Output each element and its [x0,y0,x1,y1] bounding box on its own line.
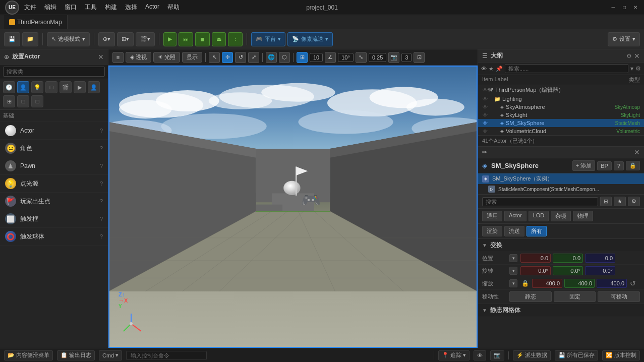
actor-item-playerstart[interactable]: 🚩 玩家出生点 ? [0,193,108,210]
actor-help-actor[interactable]: ? [100,128,103,134]
vp-display-button[interactable]: 显示 [182,52,202,63]
vp-grid-button[interactable]: ⊞ [297,52,308,63]
map-tab[interactable]: ThirdPersonMap [4,15,68,29]
mobility-stationary-button[interactable]: 固定 [554,291,596,302]
rotation-x-input[interactable] [520,266,551,275]
vp-angle-value[interactable]: 10° [338,53,354,62]
vp-maximize-button[interactable]: ⊡ [414,52,425,63]
vp-scale-tool[interactable]: ⤢ [248,52,259,63]
menu-file[interactable]: 文件 [24,3,36,12]
save-button[interactable]: 💾 [4,32,20,46]
tab-volumes[interactable]: 👤 [88,81,100,93]
tab-shapes[interactable]: □ [45,81,57,93]
static-mesh-section-header[interactable]: ▼ 静态网格体 [478,304,644,317]
menu-actor[interactable]: Actor [145,3,159,12]
menu-edit[interactable]: 编辑 [44,3,56,12]
vp-rotate-tool[interactable]: ↺ [235,52,246,63]
step-button[interactable]: ⏭ [179,32,193,46]
settings-button[interactable]: ⚙ 设置 ▾ [608,32,640,46]
menu-tools[interactable]: 工具 [85,3,97,12]
position-x-input[interactable] [520,254,551,263]
filter-tab-render[interactable]: 渲染 [482,226,502,236]
position-z-input[interactable] [585,254,615,263]
more-play-button[interactable]: ⋮ [228,32,243,46]
menu-window[interactable]: 窗口 [65,3,77,12]
stop-button[interactable]: ⏹ [195,32,210,46]
actor-item-triggerbox[interactable]: ⬜ 触发框 ? [0,210,108,228]
mobility-static-button[interactable]: 静态 [509,291,552,302]
cmd-button[interactable]: Cmd ▾ [99,350,122,360]
console-input[interactable] [126,351,207,360]
vp-world-tool[interactable]: 🌐 [266,52,277,63]
mobility-movable-button[interactable]: 可移动 [598,291,640,302]
spawn-data-button[interactable]: ⚡ 派生数据 [513,350,551,360]
menu-help[interactable]: 帮助 [167,3,180,12]
snap-button[interactable]: ⊞▾ [117,32,134,46]
details-help-button[interactable]: ? [614,161,624,170]
details-gear-button[interactable]: ⚙ [628,197,640,206]
select-mode-button[interactable]: ↖ 选项模式 ▾ [47,32,90,46]
save-all-button[interactable]: 💾 所有已保存 [555,350,598,360]
outliner-filter-icon[interactable]: ▾ [630,65,633,72]
outliner-settings-icon[interactable]: ⚙ [626,52,632,59]
output-log-button[interactable]: 📋 输出日志 [57,350,95,360]
scale-expand-button[interactable]: ▾ [509,279,517,287]
actor-help-light[interactable]: ? [100,180,103,187]
tab-cinematic[interactable]: 🎬 [60,81,72,93]
position-expand-button[interactable]: ▾ [509,254,517,262]
details-close-button[interactable]: ✕ [634,148,640,156]
content-browser-button[interactable]: 📂 内容侧滑菜单 [4,350,53,360]
scale-reset-button[interactable]: ↺ [630,279,636,287]
outline-item-volcloud[interactable]: 👁 ◈ VolumetricCloud Volumetric [478,127,644,135]
filter-tab-physics[interactable]: 物理 [573,211,593,221]
vp-lighting-button[interactable]: ☀ 光照 [153,52,180,63]
vp-camera-num[interactable]: 3 [401,53,412,62]
viewport[interactable]: ≡ ◈ 透视 ☀ 光照 显示 ↖ ✛ ↺ ⤢ 🌐 ⬡ [108,49,478,348]
scale-lock-icon[interactable]: 🔒 [521,280,529,287]
outliner-close-button[interactable]: ✕ [634,52,640,60]
tab-basic[interactable]: 👤 [17,81,29,93]
add-object-button[interactable]: ⊕▾ [98,32,115,46]
browse-button[interactable]: 📁 [22,32,38,46]
actor-item-pointlight[interactable]: 💡 点光源 ? [0,175,108,193]
eye-icon-button[interactable]: 👁 [474,350,486,360]
actor-search-input[interactable] [3,67,105,77]
scale-z-input[interactable] [597,279,627,288]
position-y-input[interactable] [553,254,583,263]
menu-build[interactable]: 构建 [105,3,117,12]
details-blueprint-button[interactable]: BP [597,161,612,170]
details-lock-button[interactable]: 🔒 [626,161,640,170]
vp-angle-button[interactable]: ∠ [325,52,336,63]
close-place-actor-button[interactable]: ✕ [98,53,104,61]
vp-surface-tool[interactable]: ⬡ [279,52,290,63]
tab-all[interactable]: ⊞ [3,95,15,107]
vp-move-tool[interactable]: ✛ [222,52,233,63]
actor-item-triggersphere[interactable]: ⭕ 触发球体 ? [0,228,108,246]
eject-button[interactable]: ⏏ [212,32,226,46]
actor-item-character[interactable]: 😐 角色 ? [0,140,108,157]
rotation-z-input[interactable] [585,266,615,275]
actor-help-pawn[interactable]: ? [100,163,103,169]
outline-item-lighting[interactable]: 👁 📁 Lighting [478,95,644,103]
filter-tab-misc[interactable]: 杂项 [551,211,571,221]
rotation-y-input[interactable] [553,266,583,275]
platform-button[interactable]: 🎮 平台 ▾ [251,32,285,46]
filter-tab-common[interactable]: 通用 [482,211,502,221]
actor-item-pawn[interactable]: ♟ Pawn ? [0,157,108,175]
filter-tab-lod[interactable]: LOD [529,211,549,221]
actor-item-actor[interactable]: Actor ? [0,122,108,140]
vp-camera-button[interactable]: 📷 [388,52,399,63]
scale-y-input[interactable] [564,279,595,288]
close-button[interactable]: ✕ [632,4,639,11]
vp-menu-button[interactable]: ≡ [112,52,124,63]
actor-help-sphere[interactable]: ? [100,233,103,239]
outline-item-skysphere[interactable]: 👁 ◈ SM_SkySphere StaticMesh [478,119,644,127]
version-ctrl-button[interactable]: 🔀 版本控制 [602,350,640,360]
tab-visual[interactable]: ▶ [74,81,86,93]
menu-select[interactable]: 选择 [125,3,137,12]
details-list-view-button[interactable]: ⊟ [600,197,612,206]
details-star-button[interactable]: ★ [614,197,626,206]
outliner-search-input[interactable] [505,64,628,73]
filter-tab-all[interactable]: 所有 [526,226,547,236]
tab-recent[interactable]: 🕐 [3,81,15,93]
